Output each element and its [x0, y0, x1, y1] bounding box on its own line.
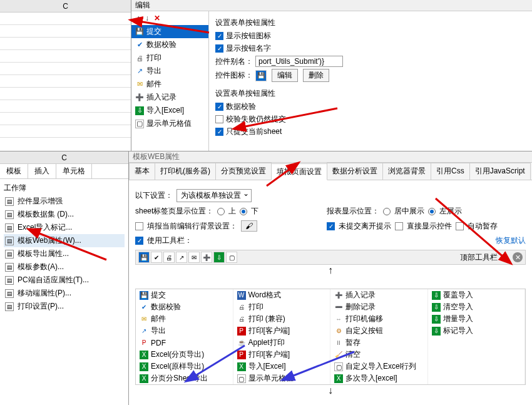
available-button-item[interactable]: ⇩标记导入: [428, 325, 526, 337]
radio-bottom[interactable]: [240, 208, 247, 215]
delete-icon-button[interactable]: 删除: [303, 69, 329, 82]
radio-left[interactable]: [428, 208, 436, 215]
properties-tab[interactable]: 数据分析设置: [327, 163, 383, 180]
checkbox-exit-prompt[interactable]: [327, 222, 335, 230]
checkbox-fail-submit[interactable]: [215, 115, 223, 123]
workbook-menu-item[interactable]: ▤模板参数(A)...: [4, 260, 125, 274]
workbook-menu-item[interactable]: ▤PC端自适应属性(T)...: [4, 274, 125, 287]
checkbox-auto-pause[interactable]: [456, 222, 464, 230]
checkbox-current-sheet[interactable]: [215, 128, 223, 136]
available-button-item[interactable]: XExcel(原样导出): [136, 361, 233, 372]
workbook-menu-item[interactable]: ▤模板导出属性...: [4, 247, 125, 260]
button-list-item[interactable]: ↗导出: [131, 64, 208, 78]
remove-toolbar-icon[interactable]: ✕: [513, 252, 523, 262]
workbook-menu-item[interactable]: ▤移动端属性(P)...: [4, 287, 125, 300]
workbook-menu-item[interactable]: ▤模板Web属性(W)...: [4, 234, 125, 247]
checkbox-use-toolbar[interactable]: [135, 237, 143, 245]
available-button-item[interactable]: 🖨打印 (兼容): [233, 313, 331, 325]
workbook-menu-item[interactable]: ▤打印设置(P)...: [4, 300, 125, 313]
cust-icon: ⚙: [334, 327, 343, 336]
available-button-item[interactable]: ☕Applet打印: [233, 337, 331, 349]
available-button-item[interactable]: ⇩覆盖导入: [428, 289, 526, 301]
tb-save-icon[interactable]: 💾: [138, 252, 150, 263]
button-list-item[interactable]: 💾提交: [131, 25, 208, 38]
available-button-item[interactable]: PPDF: [136, 337, 233, 349]
button-list-item[interactable]: ✔数据校验: [131, 38, 208, 51]
available-button-item[interactable]: P打印[客户端]: [233, 349, 331, 361]
column-header-c-2[interactable]: C: [0, 151, 128, 164]
menu-item-icon: ▤: [5, 197, 14, 206]
available-button-item[interactable]: X导入[Excel]: [233, 361, 331, 372]
checkbox-show-widget[interactable]: [395, 222, 403, 230]
radio-top[interactable]: [217, 208, 225, 215]
properties-tab[interactable]: 引用Css: [431, 163, 470, 180]
move-down-icon[interactable]: [145, 14, 149, 23]
radio-center[interactable]: [383, 208, 391, 215]
setting-scope-dropdown[interactable]: 为该模板单独设置: [176, 189, 252, 202]
available-button-item[interactable]: ▢显示单元格值: [233, 372, 331, 384]
tb-validate-icon[interactable]: ✔: [151, 252, 162, 263]
available-button-label: Excel(分页导出): [151, 349, 204, 360]
available-button-item[interactable]: ▢自定义导入Excel行列: [330, 361, 428, 372]
available-button-label: 覆盖导入: [443, 290, 473, 300]
available-button-item[interactable]: ⇩清空导入: [428, 301, 526, 313]
properties-tab[interactable]: 填报页面设置: [271, 163, 327, 180]
available-button-item[interactable]: 💾提交: [136, 289, 233, 301]
available-button-label: 自定义按钮: [345, 326, 383, 336]
checkbox-show-icon[interactable]: [215, 32, 223, 40]
available-button-item[interactable]: ➕插入记录: [330, 289, 428, 301]
available-button-item[interactable]: 🖨打印: [233, 301, 331, 313]
tb-import-icon[interactable]: ⇩: [213, 252, 225, 263]
column-header-c[interactable]: C: [0, 0, 131, 13]
available-button-item[interactable]: X分页分Sheet导出: [136, 372, 233, 384]
available-button-item[interactable]: XExcel(分页导出): [136, 349, 233, 361]
side-tab[interactable]: 插入: [28, 164, 56, 178]
button-list-item[interactable]: ▢显示单元格值: [131, 117, 208, 130]
close-icon[interactable]: ×: [523, 0, 528, 1]
workbook-menu-item[interactable]: ▤模板数据集 (D)...: [4, 208, 125, 221]
available-button-item[interactable]: ↔打印机偏移: [330, 313, 428, 325]
tb-cell-icon[interactable]: ▢: [226, 252, 237, 263]
workbook-menu-item[interactable]: ▤控件显示增强: [4, 195, 125, 208]
available-button-label: 打印: [248, 302, 263, 312]
gear-icon[interactable]: ⚙: [500, 252, 510, 262]
move-up-icon[interactable]: [136, 14, 140, 23]
available-button-item[interactable]: X多次导入[excel]: [330, 372, 428, 384]
workbook-menu-item[interactable]: ▤Excel导入标记...: [4, 221, 125, 234]
button-list-item[interactable]: ✉邮件: [131, 78, 208, 91]
available-button-item[interactable]: ➖删除记录: [330, 301, 428, 313]
available-button-item[interactable]: WWord格式: [233, 289, 331, 301]
properties-tab[interactable]: 打印机(服务器): [155, 163, 216, 180]
checkbox-show-name[interactable]: [215, 44, 223, 53]
tb-print-icon[interactable]: 🖨: [163, 252, 175, 263]
properties-tab[interactable]: 浏览器背景: [382, 163, 431, 180]
available-button-item[interactable]: ↗导出: [136, 325, 233, 337]
available-button-item[interactable]: ✔数据校验: [136, 301, 233, 313]
delete-icon[interactable]: [154, 14, 160, 23]
tb-mail-icon[interactable]: ✉: [188, 252, 200, 263]
label-bg-edit: 填报当前编辑行背景设置：: [147, 221, 237, 232]
button-list-item[interactable]: ➕插入记录: [131, 91, 208, 104]
insert-icon: ➕: [135, 93, 144, 102]
tb-export-icon[interactable]: ↗: [176, 252, 187, 263]
checkbox-data-validate[interactable]: [215, 103, 223, 111]
button-list-item[interactable]: ⇩导入[Excel]: [131, 104, 208, 117]
side-tab[interactable]: 模板: [0, 164, 28, 178]
restore-default-link[interactable]: 恢复默认: [496, 235, 526, 246]
available-button-item[interactable]: P打印[客户端]: [233, 325, 331, 337]
available-button-item[interactable]: ⇩增量导入: [428, 313, 526, 325]
properties-tab[interactable]: 引用JavaScript: [469, 163, 531, 180]
properties-tab[interactable]: 分页预览设置: [215, 163, 272, 180]
checkbox-bg-edit[interactable]: [135, 222, 143, 230]
button-list-item[interactable]: 🖨打印: [131, 51, 208, 64]
edit-icon-button[interactable]: 编辑: [272, 69, 298, 82]
tb-insert-icon[interactable]: ➕: [201, 252, 212, 263]
bg-color-button[interactable]: 🖌: [241, 220, 257, 232]
available-button-item[interactable]: 🧹清空: [330, 349, 428, 361]
available-button-item[interactable]: ✉邮件: [136, 313, 233, 325]
available-button-item[interactable]: ⚙自定义按钮: [330, 325, 428, 337]
side-tab[interactable]: 单元格: [56, 164, 92, 178]
available-button-item[interactable]: ⏸暂存: [330, 337, 428, 349]
alias-input[interactable]: port_Utils_Submit')}: [255, 56, 343, 67]
properties-tab[interactable]: 基本: [129, 163, 155, 180]
